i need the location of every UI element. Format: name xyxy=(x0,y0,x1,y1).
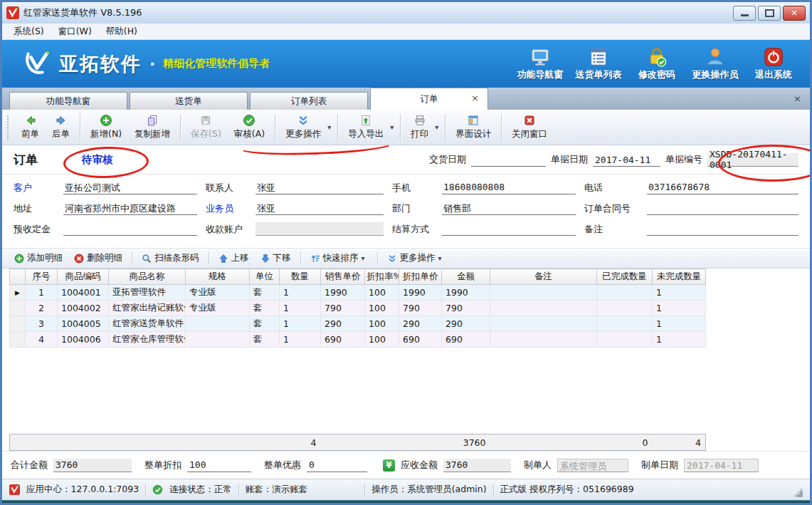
prev-doc-button[interactable]: 前单 xyxy=(15,112,46,142)
grid-cell[interactable]: 1 xyxy=(26,285,58,301)
tab-close-icon[interactable]: × xyxy=(471,93,479,103)
col-discount-price[interactable]: 折扣单价 xyxy=(399,269,442,285)
col-qty[interactable]: 数量 xyxy=(280,269,321,285)
grid-cell[interactable]: 290 xyxy=(399,316,442,332)
grid-cell[interactable]: 690 xyxy=(442,332,490,348)
col-sale-price[interactable]: 销售单价 xyxy=(321,269,365,285)
grid-cell[interactable]: 100 xyxy=(365,316,399,332)
row-selector[interactable] xyxy=(10,301,26,316)
move-down-button[interactable]: 下移 xyxy=(255,251,296,266)
col-amount[interactable]: 金额 xyxy=(442,269,490,285)
grid-cell[interactable]: 690 xyxy=(399,332,442,348)
customer-label[interactable]: 客户 xyxy=(14,182,58,194)
grid-cell[interactable]: 套 xyxy=(250,316,280,332)
nav-switch-operator[interactable]: 更换操作员 xyxy=(692,46,739,81)
grid-cell[interactable]: 790 xyxy=(442,301,490,316)
grid-cell[interactable]: 1004006 xyxy=(58,332,109,348)
grid-cell[interactable]: 1990 xyxy=(321,285,365,301)
tabstrip-close-icon[interactable]: × xyxy=(791,93,804,110)
audit-button[interactable]: 审核(A) xyxy=(228,112,271,142)
move-up-button[interactable]: 上移 xyxy=(213,251,254,266)
salesman-label[interactable]: 业务员 xyxy=(206,202,250,215)
grid-cell[interactable]: 790 xyxy=(399,301,442,316)
grid-cell[interactable] xyxy=(597,301,653,316)
salesman-field[interactable]: 张亚 xyxy=(255,202,384,215)
grid-cell[interactable]: 专业版 xyxy=(186,301,250,316)
grid-cell[interactable]: 套 xyxy=(250,285,280,301)
col-discount-rate[interactable]: 折扣率% xyxy=(365,269,399,285)
grid-cell[interactable]: 1990 xyxy=(399,285,442,301)
grid-cell[interactable]: 290 xyxy=(321,316,365,332)
copy-new-button[interactable]: 复制新增 xyxy=(128,112,176,142)
grid-cell[interactable]: 1 xyxy=(653,316,706,332)
delivery-date-field[interactable] xyxy=(471,153,546,167)
remark-field[interactable] xyxy=(647,222,798,236)
row-selector[interactable] xyxy=(10,316,26,332)
grid-cell[interactable]: 2 xyxy=(26,301,58,316)
grid-cell[interactable] xyxy=(490,316,597,332)
grid-cell[interactable] xyxy=(597,332,653,348)
menu-item-system[interactable]: 系统(S) xyxy=(6,24,51,39)
tab-order-list[interactable]: 订单列表 xyxy=(250,92,368,110)
more-actions-button[interactable]: 更多操作 xyxy=(279,112,327,142)
resize-grip[interactable] xyxy=(800,494,803,497)
nav-function-panel[interactable]: 功能导航窗 xyxy=(517,46,564,81)
yen-icon[interactable]: ¥ xyxy=(383,459,395,472)
row-selector[interactable] xyxy=(10,332,26,348)
grid-cell[interactable]: 1 xyxy=(280,301,321,316)
grid-cell[interactable] xyxy=(186,316,250,332)
close-window-button[interactable]: 关闭窗口 xyxy=(505,112,554,142)
nav-change-password[interactable]: 修改密码 xyxy=(633,46,680,81)
col-uncompleted-qty[interactable]: 未完成数量 xyxy=(653,269,706,285)
table-row[interactable]: ▶ 1 1004001 亚拓管理软件 专业版 套 1 1990 100 1990… xyxy=(10,285,706,301)
grid-cell[interactable]: 1 xyxy=(280,316,321,332)
tab-function-panel[interactable]: 功能导航窗 xyxy=(9,92,127,110)
col-completed-qty[interactable]: 已完成数量 xyxy=(597,269,653,285)
grid-cell[interactable]: 亚拓管理软件 xyxy=(109,285,186,301)
minimize-button[interactable] xyxy=(733,6,756,21)
contract-no-field[interactable] xyxy=(647,202,798,215)
grid-cell[interactable]: 1 xyxy=(280,285,321,301)
scan-barcode-button[interactable]: 扫描条形码 xyxy=(137,251,204,266)
table-row[interactable]: 2 1004002 红管家出纳记账软件 专业版 套 1 790 100 790 … xyxy=(10,301,706,316)
grid-cell[interactable] xyxy=(186,332,250,348)
nav-delivery-list[interactable]: 送货单列表 xyxy=(575,46,622,81)
quick-sort-button[interactable]: 快速排序 ▾ xyxy=(305,251,373,266)
col-product-name[interactable]: 商品名称 xyxy=(109,269,186,285)
grid-cell[interactable]: 红管家仓库管理软件 xyxy=(109,332,186,348)
grid-cell[interactable]: 1 xyxy=(653,301,706,316)
tab-order[interactable]: 订单 × xyxy=(370,88,488,110)
col-spec[interactable]: 规格 xyxy=(186,269,250,285)
grid-cell[interactable] xyxy=(490,332,597,348)
grid-cell[interactable]: 1 xyxy=(280,332,321,348)
grid-cell[interactable]: 790 xyxy=(321,301,365,316)
print-button[interactable]: 打印 xyxy=(404,112,435,142)
deposit-field[interactable] xyxy=(63,222,197,236)
doc-date-field[interactable]: 2017-04-11 xyxy=(593,153,660,167)
grid-cell[interactable]: 1004005 xyxy=(58,316,109,332)
grid-cell[interactable]: 690 xyxy=(321,332,365,348)
col-remark[interactable]: 备注 xyxy=(490,269,597,285)
settlement-field[interactable] xyxy=(442,222,576,236)
menu-item-help[interactable]: 帮助(H) xyxy=(99,24,144,39)
nav-exit-system[interactable]: 退出系统 xyxy=(750,46,797,81)
col-seq[interactable]: 序号 xyxy=(26,269,58,285)
grid-cell[interactable]: 290 xyxy=(442,316,490,332)
dropdown-arrow-icon[interactable]: ▾ xyxy=(390,123,394,131)
grid-cell[interactable]: 套 xyxy=(250,301,280,316)
delete-detail-button[interactable]: 删除明细 xyxy=(69,251,127,266)
grid-cell[interactable]: 3 xyxy=(26,316,58,332)
grid-cell[interactable] xyxy=(490,285,597,301)
save-button[interactable]: 保存(S) xyxy=(184,112,228,142)
grid-cell[interactable]: 100 xyxy=(365,332,399,348)
grid-cell[interactable]: 1004002 xyxy=(58,301,109,316)
mobile-field[interactable]: 18608080808 xyxy=(442,181,576,194)
table-row[interactable]: 4 1004006 红管家仓库管理软件 套 1 690 100 690 690 … xyxy=(10,332,706,348)
discount-field[interactable]: 100 xyxy=(187,459,251,472)
col-product-code[interactable]: 商品编码 xyxy=(58,269,109,285)
grid-cell[interactable]: 100 xyxy=(365,285,399,301)
grid-cell[interactable]: 100 xyxy=(365,301,399,316)
dropdown-arrow-icon[interactable]: ▾ xyxy=(435,123,438,131)
phone-field[interactable]: 03716678678 xyxy=(647,181,798,194)
address-field[interactable]: 河南省郑州市中原区建设路 xyxy=(63,202,197,215)
